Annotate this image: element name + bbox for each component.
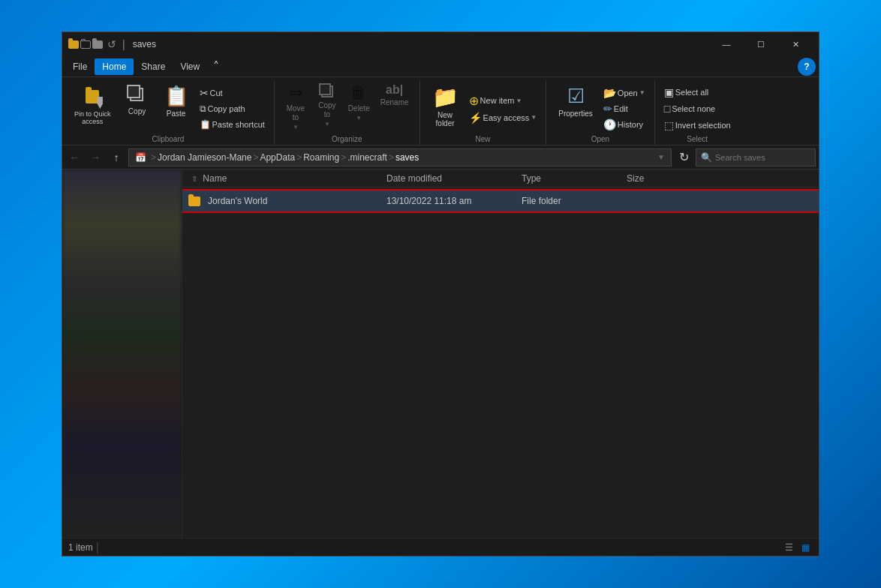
paste-shortcut-label: Paste shortcut [212, 120, 265, 129]
cut-label: Cut [210, 88, 223, 98]
history-button[interactable]: 🕐 History [600, 117, 648, 132]
new-item-label: New item [480, 96, 515, 105]
properties-label: Properties [558, 110, 593, 118]
copy-to-dropdown: ▼ [324, 121, 330, 128]
select-btns: ▣ Select all □ Select none ⬚ Invert sele… [661, 80, 734, 134]
organize-label: Organize [281, 134, 413, 145]
file-row-0[interactable]: Jordan's World 13/10/2022 11:18 am File … [182, 190, 819, 212]
help-button[interactable]: ? [798, 58, 816, 76]
file-name-cell-0: Jordan's World [188, 196, 383, 206]
select-all-button[interactable]: ▣ Select all [661, 85, 734, 100]
delete-dropdown: ▼ [356, 115, 362, 122]
delete-label: Delete [348, 104, 370, 113]
copy-button[interactable]: Copy [119, 80, 156, 134]
pin-quick-access-button[interactable]: Pin to Quickaccess [68, 80, 117, 134]
invert-label: Invert selection [675, 121, 731, 130]
easy-access-icon: ⚡ [469, 112, 482, 124]
col-header-modified[interactable]: Date modified [383, 173, 519, 184]
properties-icon: ☑ [567, 85, 585, 108]
select-none-label: Select none [672, 104, 715, 113]
path-sep-3: > [341, 152, 346, 163]
search-input[interactable] [715, 153, 810, 162]
search-icon: 🔍 [701, 152, 712, 163]
open-dropdown: ▼ [639, 89, 645, 96]
address-bar: ← → ↑ 📅 > Jordan Jamieson-Mane > AppData… [62, 146, 819, 170]
col-header-size[interactable]: Size [624, 173, 699, 184]
menu-file[interactable]: File [65, 58, 95, 75]
move-to-label: Moveto [287, 104, 305, 122]
refresh-button[interactable]: ↻ [675, 148, 693, 166]
folder-icon-0 [188, 196, 200, 206]
view-list-button[interactable]: ☰ [781, 540, 796, 555]
title-controls: — ☐ ✕ [709, 32, 813, 56]
back-button[interactable]: ← [65, 148, 83, 166]
col-header-name[interactable]: ⇧ Name [188, 173, 383, 184]
properties-button[interactable]: ☑ Properties [552, 80, 599, 134]
menu-share[interactable]: Share [134, 58, 173, 75]
move-to-button[interactable]: ⇒ Moveto ▼ [281, 80, 311, 134]
select-group-content: ▣ Select all □ Select none ⬚ Invert sele… [661, 80, 734, 134]
open-group: ☑ Properties 📂 Open ▼ ✏ Edit 🕐 [546, 80, 654, 145]
maximize-button[interactable]: ☐ [744, 32, 778, 56]
minimize-button[interactable]: — [709, 32, 744, 56]
cut-button[interactable]: ✂ Cut [197, 86, 268, 100]
column-headers: ⇧ Name Date modified Type Size [182, 170, 819, 188]
open-small-btns: 📂 Open ▼ ✏ Edit 🕐 History [600, 80, 648, 134]
title-bar: ↺ | saves — ☐ ✕ [62, 32, 819, 56]
rename-label: Rename [380, 98, 409, 107]
col-header-type[interactable]: Type [519, 173, 624, 184]
delete-button[interactable]: 🗑 Delete ▼ [344, 80, 374, 134]
menu-view[interactable]: View [173, 58, 207, 75]
new-folder-label: Newfolder [436, 111, 455, 128]
open-button[interactable]: 📂 Open ▼ [600, 86, 648, 100]
sidebar [62, 170, 182, 538]
close-button[interactable]: ✕ [778, 32, 813, 56]
forward-button[interactable]: → [86, 148, 104, 166]
invert-selection-button[interactable]: ⬚ Invert selection [661, 118, 734, 133]
new-folder-button[interactable]: 📁 Newfolder [426, 80, 465, 134]
edit-button[interactable]: ✏ Edit [600, 101, 648, 116]
search-box[interactable]: 🔍 [696, 148, 816, 166]
path-segment-2[interactable]: Roaming [303, 152, 339, 163]
up-button[interactable]: ↑ [107, 148, 125, 166]
open-label: Open [618, 88, 638, 98]
invert-icon: ⬚ [664, 119, 674, 131]
new-folder-icon: 📁 [432, 85, 459, 110]
menu-home[interactable]: Home [95, 58, 134, 75]
undo-icon: ↺ [107, 38, 116, 50]
sidebar-nav-blurred [62, 170, 182, 538]
file-list: Jordan's World 13/10/2022 11:18 am File … [182, 188, 819, 538]
new-group-content: 📁 Newfolder ⊕ New item ▼ ⚡ Easy access ▼ [426, 80, 540, 134]
move-to-dropdown: ▼ [293, 124, 299, 130]
file-area: ⇧ Name Date modified Type Size Jordan's … [182, 170, 819, 538]
move-to-icon: ⇒ [289, 83, 302, 103]
easy-access-button[interactable]: ⚡ Easy access ▼ [466, 110, 540, 125]
ribbon-collapse-icon[interactable]: ˄ [207, 56, 225, 76]
path-segment-0[interactable]: Jordan Jamieson-Mane [158, 152, 251, 163]
copy-path-button[interactable]: ⧉ Copy path [197, 101, 268, 116]
paste-shortcut-button[interactable]: 📋 Paste shortcut [197, 117, 268, 132]
path-segment-3[interactable]: .minecraft [347, 152, 387, 163]
select-none-button[interactable]: □ Select none [661, 101, 734, 116]
edit-label: Edit [614, 104, 628, 113]
ribbon: Pin to Quickaccess Copy 📋 Paste [62, 77, 819, 146]
path-dropdown-icon[interactable]: ▼ [657, 153, 665, 161]
view-details-button[interactable]: ▦ [798, 540, 813, 555]
path-segment-1[interactable]: AppData [260, 152, 295, 163]
file-name-0: Jordan's World [205, 196, 270, 206]
new-group-label: New [426, 134, 540, 145]
paste-button[interactable]: 📋 Paste [158, 80, 195, 134]
cut-icon: ✂ [200, 87, 209, 99]
delete-icon: 🗑 [350, 83, 367, 103]
sort-icon: ⇧ [191, 175, 197, 183]
new-item-button[interactable]: ⊕ New item ▼ [466, 92, 540, 110]
new-item-dropdown: ▼ [516, 98, 522, 104]
address-path[interactable]: 📅 > Jordan Jamieson-Mane > AppData > Roa… [128, 148, 672, 166]
title-folder-icons [68, 40, 103, 49]
copy-to-button[interactable]: Copyto ▼ [312, 80, 342, 134]
pin-button-label: Pin to Quickaccess [74, 110, 111, 125]
copy-to-icon [319, 83, 335, 100]
rename-button[interactable]: ab| Rename [376, 80, 413, 134]
organize-group: ⇒ Moveto ▼ Copyto ▼ 🗑 Delete ▼ [275, 80, 420, 145]
new-small-btns: ⊕ New item ▼ ⚡ Easy access ▼ [466, 80, 540, 134]
